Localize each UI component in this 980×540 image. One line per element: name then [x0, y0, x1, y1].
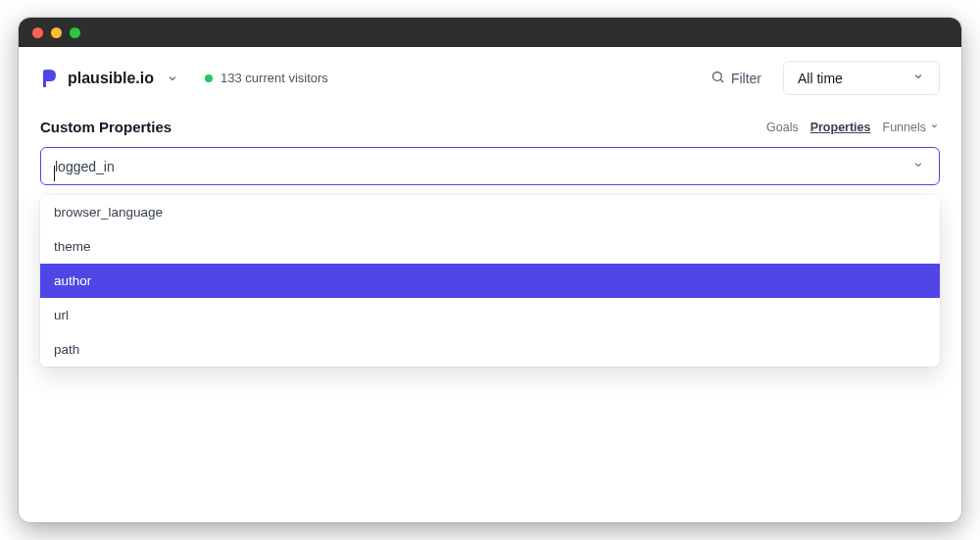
date-range-select[interactable]: All time [783, 61, 940, 95]
svg-line-1 [720, 79, 723, 82]
date-range-label: All time [798, 71, 843, 86]
tab-properties[interactable]: Properties [810, 121, 871, 134]
tab-funnels[interactable]: Funnels [883, 121, 940, 134]
search-icon [710, 70, 725, 87]
section-header: Custom Properties Goals Properties Funne… [40, 119, 940, 135]
tab-goals[interactable]: Goals [766, 121, 799, 134]
window-titlebar [19, 18, 961, 47]
section-title: Custom Properties [40, 119, 172, 135]
app-window: plausible.io 133 current visitors Filter… [19, 18, 961, 522]
live-indicator-icon [205, 74, 213, 82]
property-option[interactable]: path [40, 332, 940, 367]
window-close-button[interactable] [32, 27, 43, 38]
window-zoom-button[interactable] [70, 27, 80, 38]
current-visitors[interactable]: 133 current visitors [205, 71, 328, 85]
chevron-down-icon [911, 158, 925, 174]
property-combobox-value: logged_in [55, 159, 115, 174]
property-combobox[interactable]: logged_in [40, 147, 940, 185]
chevron-down-icon [911, 70, 925, 86]
site-switcher-chevron-icon[interactable] [166, 72, 179, 85]
main-content: Custom Properties Goals Properties Funne… [19, 109, 961, 388]
top-bar: plausible.io 133 current visitors Filter… [19, 47, 961, 109]
svg-point-0 [712, 72, 721, 80]
tab-funnels-label: Funnels [883, 121, 926, 134]
property-option[interactable]: url [40, 298, 940, 332]
visitors-count-label: 133 current visitors [220, 71, 328, 85]
site-name[interactable]: plausible.io [68, 70, 154, 87]
property-option[interactable]: theme [40, 229, 940, 264]
plausible-logo-icon [40, 70, 56, 87]
property-dropdown: browser_languagethemeauthorurlpath [40, 195, 940, 367]
window-minimize-button[interactable] [51, 27, 62, 38]
chevron-down-icon [929, 121, 940, 134]
filter-label: Filter [731, 71, 761, 86]
filter-button[interactable]: Filter [701, 64, 771, 93]
property-option[interactable]: browser_language [40, 195, 940, 229]
section-tabs: Goals Properties Funnels [766, 121, 940, 134]
property-option[interactable]: author [40, 264, 940, 298]
